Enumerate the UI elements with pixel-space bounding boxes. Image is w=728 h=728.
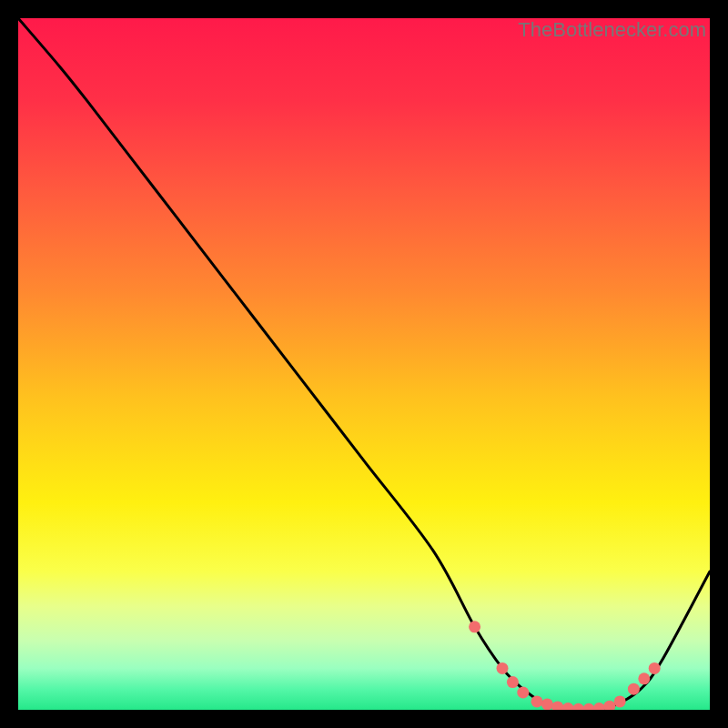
bottleneck-chart: [18, 18, 710, 710]
marker-dot: [614, 695, 626, 707]
marker-dot: [507, 676, 519, 688]
marker-dot: [638, 672, 650, 684]
marker-dot: [517, 687, 529, 699]
marker-dot: [497, 662, 509, 674]
marker-dot: [628, 683, 640, 695]
marker-dot: [469, 621, 480, 632]
chart-frame: TheBottlenecker.com: [18, 18, 710, 710]
gradient-background: [18, 18, 710, 710]
marker-dot: [531, 695, 543, 707]
marker-dot: [649, 662, 661, 674]
attribution-label: TheBottlenecker.com: [518, 18, 706, 42]
marker-dot: [541, 698, 553, 710]
